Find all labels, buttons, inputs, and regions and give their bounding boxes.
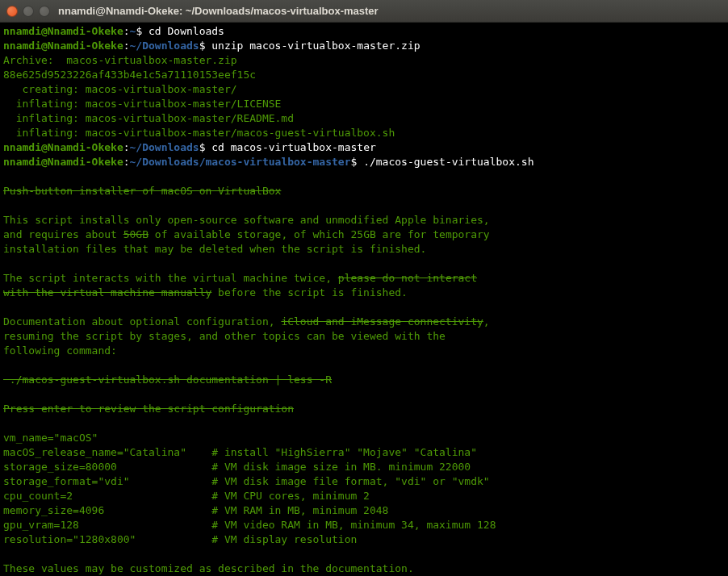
output-line: inflating: macos-virtualbox-master/LICEN…	[3, 98, 281, 110]
config-line: storage_size=80000 # VM disk image size …	[3, 461, 471, 473]
config-line: macOS_release_name="Catalina" # install …	[3, 446, 477, 458]
output-line: ,	[483, 315, 490, 328]
output-line: resuming the script by stages, and other…	[3, 330, 446, 342]
prompt-dollar: $	[136, 25, 149, 37]
prompt-dollar: $	[199, 141, 212, 153]
close-icon[interactable]	[6, 6, 18, 17]
window-titlebar: nnamdi@Nnamdi-Okeke: ~/Downloads/macos-v…	[0, 0, 728, 23]
output-line: inflating: macos-virtualbox-master/READM…	[3, 112, 294, 124]
prompt-path: ~/Downloads	[130, 141, 199, 153]
prompt-user: nnamdi@Nnamdi-Okeke	[3, 40, 123, 52]
prompt-path: ~/Downloads/macos-virtualbox-master	[130, 156, 351, 168]
output-strike: please do not interact	[338, 272, 477, 284]
maximize-icon[interactable]	[39, 6, 50, 17]
config-line: gpu_vram=128 # VM video RAM in MB, minim…	[3, 519, 496, 531]
output-line: installation files that may be deleted w…	[3, 243, 426, 255]
output-line: of available storage, of which 25GB are …	[149, 228, 490, 240]
prompt-colon: :	[123, 40, 130, 52]
output-line: before the script is finished.	[211, 286, 408, 298]
output-strike: iCloud and iMessage connectivity	[281, 315, 483, 328]
prompt-colon: :	[123, 141, 130, 153]
prompt-colon: :	[123, 25, 130, 37]
prompt-user: nnamdi@Nnamdi-Okeke	[3, 141, 123, 153]
config-line: memory_size=4096 # VM RAM in MB, minimum…	[3, 504, 388, 516]
config-line: vm_name="macOS"	[3, 432, 98, 444]
output-line: 88e625d9523226af433b4e1c5a71110153eef15c	[3, 69, 256, 81]
command-text: cd macos-virtualbox-master	[211, 141, 376, 153]
prompt-user: nnamdi@Nnamdi-Okeke	[3, 25, 123, 37]
script-title: Push-button installer of macOS on Virtua…	[3, 185, 281, 197]
prompt-dollar: $	[199, 40, 212, 52]
output-line: Archive: macos-virtualbox-master.zip	[3, 54, 237, 66]
prompt-dollar: $	[350, 156, 363, 168]
config-line: storage_format="vdi" # VM disk image fil…	[3, 475, 490, 487]
command-text: ./macos-guest-virtualbox.sh	[363, 156, 533, 168]
config-line: resolution="1280x800" # VM display resol…	[3, 533, 357, 545]
config-line: cpu_count=2 # VM CPU cores, minimum 2	[3, 490, 370, 502]
output-line: following command:	[3, 344, 117, 357]
minimize-icon[interactable]	[23, 6, 34, 17]
prompt-user: nnamdi@Nnamdi-Okeke	[3, 156, 123, 168]
output-line: creating: macos-virtualbox-master/	[3, 83, 237, 95]
output-line: These values may be customized as descri…	[3, 562, 414, 574]
window-title: nnamdi@Nnamdi-Okeke: ~/Downloads/macos-v…	[58, 5, 379, 17]
output-strike: with the virtual machine manually	[3, 286, 211, 298]
prompt-colon: :	[123, 156, 130, 168]
output-line: inflating: macos-virtualbox-master/macos…	[3, 127, 395, 139]
doc-command: ./macos-guest-virtualbox.sh documentatio…	[3, 374, 332, 386]
press-enter-prompt: Press enter to review the script configu…	[3, 403, 294, 415]
output-line: This script installs only open-source so…	[3, 214, 490, 226]
prompt-path: ~/Downloads	[130, 40, 199, 52]
output-strike: 50GB	[123, 228, 149, 240]
output-line: Documentation about optional configurati…	[3, 315, 281, 328]
command-text: cd Downloads	[149, 25, 224, 37]
window-controls	[6, 6, 50, 17]
output-line: The script interacts with the virtual ma…	[3, 272, 338, 284]
output-line: and requires about	[3, 228, 123, 240]
command-text: unzip macos-virtualbox-master.zip	[211, 40, 420, 52]
terminal-output[interactable]: nnamdi@Nnamdi-Okeke:~$ cd Downloads nnam…	[0, 23, 728, 576]
